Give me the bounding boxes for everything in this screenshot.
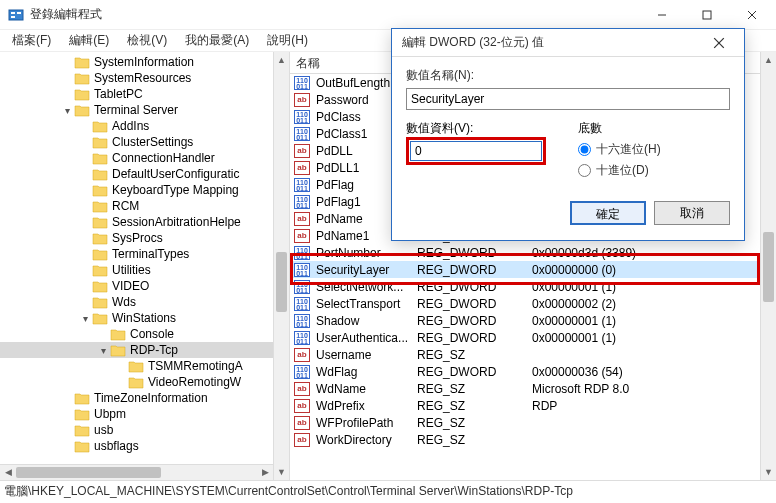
value-data: 0x00000036 (54): [530, 365, 776, 379]
tree-item[interactable]: Console: [0, 326, 289, 342]
registry-value-row[interactable]: abWdPrefixREG_SZRDP: [290, 397, 776, 414]
tree-item[interactable]: SessionArbitrationHelpe: [0, 214, 289, 230]
tree-item[interactable]: VIDEO: [0, 278, 289, 294]
tree-label: VIDEO: [112, 279, 149, 293]
value-data: RDP: [530, 399, 776, 413]
tree-item[interactable]: ▾WinStations: [0, 310, 289, 326]
tree-item[interactable]: TerminalTypes: [0, 246, 289, 262]
value-name: PortNumber: [314, 246, 415, 260]
registry-value-row[interactable]: abUsernameREG_SZ: [290, 346, 776, 363]
tree-label: ConnectionHandler: [112, 151, 215, 165]
tree-hscroll[interactable]: ◀▶: [0, 464, 273, 480]
registry-value-row[interactable]: 110011WdFlagREG_DWORD0x00000036 (54): [290, 363, 776, 380]
value-name-label: 數值名稱(N):: [406, 67, 730, 84]
tree-item[interactable]: Ubpm: [0, 406, 289, 422]
value-data: 0x00000001 (1): [530, 280, 776, 294]
registry-value-row[interactable]: 110011SelectNetwork...REG_DWORD0x0000000…: [290, 278, 776, 295]
tree-item[interactable]: RCM: [0, 198, 289, 214]
registry-value-row[interactable]: 110011UserAuthentica...REG_DWORD0x000000…: [290, 329, 776, 346]
string-icon: ab: [294, 382, 310, 396]
cancel-button[interactable]: 取消: [654, 201, 730, 225]
folder-icon: [92, 295, 108, 309]
tree-item[interactable]: TabletPC: [0, 86, 289, 102]
minimize-button[interactable]: [639, 1, 684, 29]
tree-item[interactable]: VideoRemotingW: [0, 374, 289, 390]
string-icon: ab: [294, 93, 310, 107]
value-data-highlight: [406, 137, 546, 165]
tree-item[interactable]: TimeZoneInformation: [0, 390, 289, 406]
tree-item[interactable]: ▾RDP-Tcp: [0, 342, 289, 358]
tree-item[interactable]: SystemResources: [0, 70, 289, 86]
tree-label: KeyboardType Mapping: [112, 183, 239, 197]
folder-icon: [92, 151, 108, 165]
value-data: Microsoft RDP 8.0: [530, 382, 776, 396]
tree-item[interactable]: Wds: [0, 294, 289, 310]
tree-item[interactable]: usbflags: [0, 438, 289, 454]
menu-view[interactable]: 檢視(V): [119, 29, 175, 52]
tree-item[interactable]: DefaultUserConfiguratic: [0, 166, 289, 182]
tree-item[interactable]: ▾Terminal Server: [0, 102, 289, 118]
value-name: SecurityLayer: [314, 263, 415, 277]
maximize-button[interactable]: [684, 1, 729, 29]
value-data-input[interactable]: [410, 141, 542, 161]
tree-item[interactable]: ClusterSettings: [0, 134, 289, 150]
dword-icon: 110011: [294, 195, 310, 209]
tree-item[interactable]: usb: [0, 422, 289, 438]
folder-icon: [92, 263, 108, 277]
dialog-title: 編輯 DWORD (32-位元) 值: [402, 34, 704, 51]
registry-value-row[interactable]: abWdNameREG_SZMicrosoft RDP 8.0: [290, 380, 776, 397]
tree-label: Ubpm: [94, 407, 126, 421]
close-button[interactable]: [729, 1, 774, 29]
string-icon: ab: [294, 229, 310, 243]
radix-dec-radio[interactable]: [578, 164, 591, 177]
dword-icon: 110011: [294, 280, 310, 294]
tree-twisty[interactable]: ▾: [78, 313, 92, 324]
dword-icon: 110011: [294, 110, 310, 124]
radix-hex[interactable]: 十六進位(H): [578, 141, 730, 158]
menu-file[interactable]: 檔案(F): [4, 29, 59, 52]
menu-edit[interactable]: 編輯(E): [61, 29, 117, 52]
tree-label: Wds: [112, 295, 136, 309]
tree-label: TSMMRemotingA: [148, 359, 243, 373]
menu-fav[interactable]: 我的最愛(A): [177, 29, 257, 52]
folder-icon: [92, 135, 108, 149]
registry-value-row[interactable]: 110011SecurityLayerREG_DWORD0x00000000 (…: [290, 261, 776, 278]
tree-item[interactable]: KeyboardType Mapping: [0, 182, 289, 198]
folder-icon: [92, 119, 108, 133]
value-type: REG_DWORD: [415, 246, 530, 260]
svg-rect-5: [703, 11, 711, 19]
tree-twisty[interactable]: ▾: [96, 345, 110, 356]
registry-value-row[interactable]: 110011SelectTransportREG_DWORD0x00000002…: [290, 295, 776, 312]
tree-item[interactable]: ConnectionHandler: [0, 150, 289, 166]
tree-item[interactable]: AddIns: [0, 118, 289, 134]
dword-icon: 110011: [294, 127, 310, 141]
registry-value-row[interactable]: 110011PortNumberREG_DWORD0x00000d3d (338…: [290, 244, 776, 261]
value-name: WdFlag: [314, 365, 415, 379]
tree-vscroll[interactable]: ▲ ▼: [273, 52, 289, 480]
svg-rect-1: [11, 12, 15, 14]
value-name: Shadow: [314, 314, 415, 328]
dialog-close-button[interactable]: [704, 37, 734, 49]
tree-twisty[interactable]: ▾: [60, 105, 74, 116]
ok-button[interactable]: 確定: [570, 201, 646, 225]
menu-help[interactable]: 說明(H): [259, 29, 316, 52]
registry-value-row[interactable]: abWorkDirectoryREG_SZ: [290, 431, 776, 448]
list-vscroll[interactable]: ▲ ▼: [760, 52, 776, 480]
value-type: REG_SZ: [415, 399, 530, 413]
radix-hex-radio[interactable]: [578, 143, 591, 156]
value-type: REG_DWORD: [415, 280, 530, 294]
registry-value-row[interactable]: abWFProfilePathREG_SZ: [290, 414, 776, 431]
tree-item[interactable]: Utilities: [0, 262, 289, 278]
radix-dec[interactable]: 十進位(D): [578, 162, 730, 179]
tree-item[interactable]: TSMMRemotingA: [0, 358, 289, 374]
value-name-input[interactable]: [406, 88, 730, 110]
tree-label: Terminal Server: [94, 103, 178, 117]
registry-value-row[interactable]: 110011ShadowREG_DWORD0x00000001 (1): [290, 312, 776, 329]
value-type: REG_SZ: [415, 433, 530, 447]
value-type: REG_SZ: [415, 348, 530, 362]
tree-item[interactable]: SystemInformation: [0, 54, 289, 70]
tree-item[interactable]: SysProcs: [0, 230, 289, 246]
string-icon: ab: [294, 399, 310, 413]
folder-icon: [74, 407, 90, 421]
svg-rect-3: [17, 12, 21, 14]
